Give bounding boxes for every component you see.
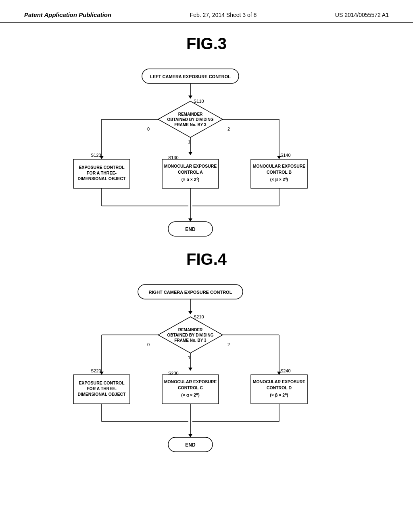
svg-marker-41 [188,218,192,222]
svg-text:REMAINDER: REMAINDER [178,112,203,116]
svg-text:EXPOSURE CONTROL: EXPOSURE CONTROL [79,380,125,385]
svg-text:0: 0 [147,127,150,131]
svg-text:2: 2 [227,127,230,131]
svg-text:CONTROL D: CONTROL D [267,385,292,390]
svg-text:FOR A THREE-: FOR A THREE- [87,170,117,175]
svg-text:S140: S140 [280,153,291,158]
svg-text:(× α × 2ᴮ): (× α × 2ᴮ) [181,393,199,397]
fig4-flowchart: RIGHT CAMERA EXPOSURE CONTROL S210 REMAI… [24,276,389,466]
svg-text:EXPOSURE CONTROL: EXPOSURE CONTROL [79,165,125,170]
svg-text:(× β × 2⁰): (× β × 2⁰) [270,177,288,182]
svg-text:RIGHT CAMERA EXPOSURE CONTROL: RIGHT CAMERA EXPOSURE CONTROL [149,290,232,295]
svg-text:0: 0 [147,342,150,347]
svg-text:DIMENSIONAL OBJECT: DIMENSIONAL OBJECT [78,392,126,397]
svg-text:FRAME No. BY 3: FRAME No. BY 3 [174,338,206,343]
svg-text:1: 1 [188,355,190,360]
svg-text:OBTAINED BY DIVIDING: OBTAINED BY DIVIDING [167,117,213,122]
svg-text:END: END [185,227,196,232]
svg-text:OBTAINED BY DIVIDING: OBTAINED BY DIVIDING [167,333,213,337]
fig3-flowchart: LEFT CAMERA EXPOSURE CONTROL S110 REMAIN… [24,61,389,250]
svg-text:LEFT CAMERA EXPOSURE CONTROL: LEFT CAMERA EXPOSURE CONTROL [150,74,231,79]
svg-text:S240: S240 [280,368,291,373]
header-date-sheet: Feb. 27, 2014 Sheet 3 of 8 [190,12,257,18]
svg-text:S210: S210 [194,314,204,319]
svg-text:S120: S120 [91,153,101,158]
svg-text:(× α × 2⁰): (× α × 2⁰) [181,177,199,182]
svg-marker-47 [188,311,192,314]
svg-text:MONOCULAR EXPOSURE: MONOCULAR EXPOSURE [164,379,217,384]
fig4-title: FIG.4 [24,250,389,268]
fig3-title: FIG.3 [24,35,389,53]
page-header: Patent Application Publication Feb. 27, … [0,0,413,23]
svg-text:DIMENSIONAL OBJECT: DIMENSIONAL OBJECT [78,176,126,181]
svg-text:CONTROL C: CONTROL C [178,385,203,390]
svg-text:MONOCULAR EXPOSURE: MONOCULAR EXPOSURE [164,164,217,168]
svg-marker-3 [188,96,192,99]
svg-marker-65 [188,368,192,371]
svg-text:2: 2 [227,342,230,347]
svg-text:FOR A THREE-: FOR A THREE- [87,386,117,391]
svg-text:CONTROL B: CONTROL B [267,170,292,175]
svg-text:MONOCULAR EXPOSURE: MONOCULAR EXPOSURE [253,164,306,168]
svg-text:MONOCULAR EXPOSURE: MONOCULAR EXPOSURE [253,379,306,384]
svg-text:END: END [185,442,196,448]
page-content: FIG.3 LEFT CAMERA EXPOSURE CONTROL S110 … [0,27,413,474]
svg-marker-21 [188,152,192,155]
header-publication-label: Patent Application Publication [24,11,111,18]
svg-text:1: 1 [188,139,190,144]
svg-text:FRAME No. BY 3: FRAME No. BY 3 [174,123,206,127]
svg-text:(× β × 2ᴮ): (× β × 2ᴮ) [270,393,288,397]
svg-text:CONTROL A: CONTROL A [178,170,203,175]
header-patent-number: US 2014/0055572 A1 [335,12,389,18]
svg-text:S110: S110 [194,99,204,104]
svg-marker-85 [188,434,192,437]
svg-text:S220: S220 [91,368,101,373]
svg-text:REMAINDER: REMAINDER [178,328,203,332]
